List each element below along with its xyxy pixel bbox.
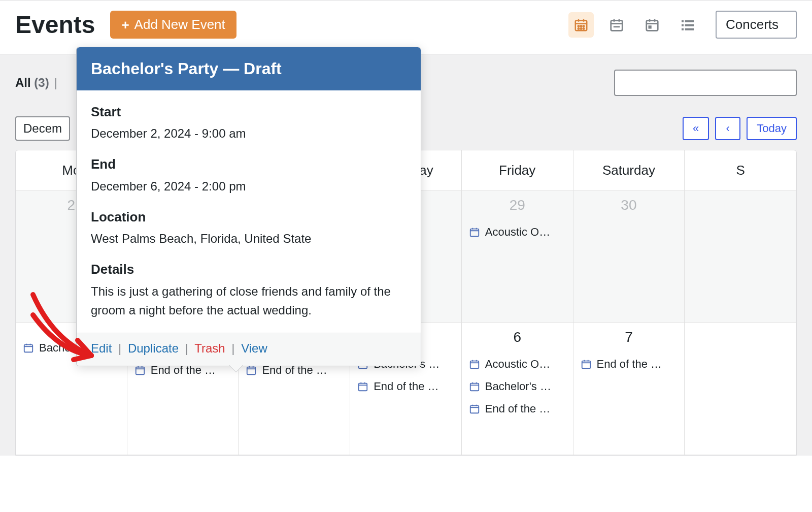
svg-point-8 bbox=[581, 28, 582, 29]
list-view-icon[interactable] bbox=[675, 12, 700, 38]
svg-rect-70 bbox=[582, 361, 590, 369]
end-value: December 6, 2024 - 2:00 pm bbox=[91, 177, 407, 196]
prev-month-fast-button[interactable]: « bbox=[683, 117, 709, 140]
add-new-event-button[interactable]: + Add New Event bbox=[110, 11, 236, 39]
svg-rect-19 bbox=[649, 25, 652, 28]
view-link[interactable]: View bbox=[241, 341, 267, 355]
search-input[interactable] bbox=[614, 70, 797, 96]
day-number: 7 bbox=[581, 329, 678, 345]
duplicate-link[interactable]: Duplicate bbox=[128, 341, 179, 355]
month-view-icon[interactable] bbox=[568, 12, 594, 38]
filter-separator: | bbox=[54, 76, 57, 90]
calendar-cell[interactable]: 30 bbox=[573, 191, 685, 323]
plus-icon: + bbox=[121, 18, 129, 31]
filter-all-link[interactable]: All (3) bbox=[15, 76, 49, 90]
event-label: Bachelor's … bbox=[485, 380, 551, 393]
week-view-icon[interactable] bbox=[604, 12, 629, 38]
view-switcher bbox=[568, 12, 700, 38]
today-button[interactable]: Today bbox=[747, 117, 797, 140]
svg-rect-58 bbox=[470, 361, 479, 369]
svg-rect-24 bbox=[685, 24, 694, 26]
svg-point-9 bbox=[583, 28, 585, 29]
start-label: Start bbox=[91, 102, 407, 122]
event-item[interactable]: Acoustic O… bbox=[469, 223, 566, 241]
svg-point-5 bbox=[581, 25, 582, 27]
svg-rect-25 bbox=[685, 28, 694, 30]
details-value: This is just a gathering of close friend… bbox=[91, 282, 407, 319]
day-number: 6 bbox=[469, 329, 566, 345]
event-label: End of the … bbox=[374, 380, 438, 393]
svg-rect-10 bbox=[611, 20, 623, 30]
add-new-event-label: Add New Event bbox=[134, 17, 225, 33]
category-select[interactable]: Concerts bbox=[716, 11, 797, 39]
day-header: Friday bbox=[462, 150, 573, 191]
svg-rect-22 bbox=[682, 28, 684, 30]
svg-rect-26 bbox=[470, 229, 479, 237]
svg-rect-30 bbox=[24, 345, 33, 353]
event-item[interactable]: End of the … bbox=[581, 356, 678, 373]
svg-rect-20 bbox=[682, 20, 684, 22]
svg-rect-62 bbox=[470, 383, 479, 391]
event-item[interactable]: Acoustic O… bbox=[469, 356, 566, 373]
svg-point-7 bbox=[578, 28, 580, 29]
event-label: Acoustic O… bbox=[485, 226, 550, 239]
svg-point-6 bbox=[583, 25, 585, 27]
event-popover: Bachelor's Party — Draft Start December … bbox=[76, 47, 421, 366]
event-item[interactable]: End of the … bbox=[469, 400, 566, 418]
svg-rect-66 bbox=[470, 406, 479, 413]
calendar-cell[interactable]: 29Acoustic O… bbox=[462, 191, 573, 323]
event-item[interactable]: End of the … bbox=[357, 378, 454, 395]
svg-rect-54 bbox=[359, 383, 367, 391]
details-label: Details bbox=[91, 259, 407, 279]
day-number: 29 bbox=[469, 197, 566, 213]
event-label: End of the … bbox=[485, 402, 550, 415]
edit-link[interactable]: Edit bbox=[91, 341, 112, 355]
location-value: West Palms Beach, Florida, United State bbox=[91, 229, 407, 248]
event-label: Acoustic O… bbox=[485, 358, 550, 371]
calendar-cell[interactable]: 7End of the … bbox=[573, 323, 685, 455]
event-label: End of the … bbox=[597, 358, 662, 371]
day-view-icon[interactable] bbox=[639, 12, 665, 38]
calendar-cell[interactable] bbox=[685, 191, 796, 323]
svg-rect-46 bbox=[247, 367, 256, 375]
svg-rect-23 bbox=[685, 20, 694, 22]
start-value: December 2, 2024 - 9:00 am bbox=[91, 124, 407, 143]
popover-arrow-icon bbox=[229, 365, 243, 372]
top-bar: Events + Add New Event Concerts bbox=[0, 0, 812, 54]
location-label: Location bbox=[91, 207, 407, 227]
prev-month-button[interactable]: ‹ bbox=[715, 117, 740, 140]
svg-rect-38 bbox=[136, 367, 144, 375]
day-header: S bbox=[685, 150, 796, 191]
page-title: Events bbox=[15, 11, 95, 39]
calendar-cell[interactable] bbox=[685, 323, 796, 455]
event-popover-title: Bachelor's Party — Draft bbox=[77, 47, 421, 90]
event-item[interactable]: Bachelor's … bbox=[469, 378, 566, 395]
svg-rect-21 bbox=[682, 24, 684, 26]
month-select[interactable]: Decem bbox=[15, 116, 70, 141]
svg-rect-15 bbox=[647, 20, 658, 30]
event-popover-actions: Edit | Duplicate | Trash | View bbox=[77, 333, 421, 366]
svg-point-4 bbox=[578, 25, 580, 27]
end-label: End bbox=[91, 154, 407, 174]
day-header: Saturday bbox=[573, 150, 685, 191]
day-number: 30 bbox=[581, 197, 678, 213]
calendar-cell[interactable]: 6Acoustic O…Bachelor's …End of the … bbox=[462, 323, 573, 455]
trash-link[interactable]: Trash bbox=[194, 341, 225, 355]
